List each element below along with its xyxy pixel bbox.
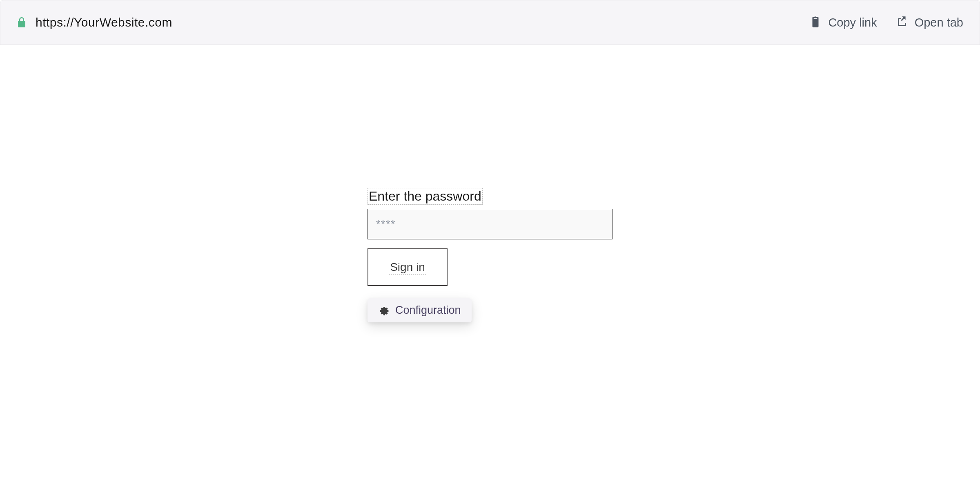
page-content: Enter the password Sign in Configuration [0, 45, 980, 322]
browser-actions: Copy link Open tab [810, 16, 963, 29]
signin-label: Sign in [389, 260, 426, 275]
open-tab-icon [897, 16, 907, 29]
lock-icon [17, 17, 27, 28]
clipboard-icon [810, 16, 821, 29]
signin-button[interactable]: Sign in [368, 248, 448, 286]
open-tab-button[interactable]: Open tab [897, 16, 963, 29]
configuration-button[interactable]: Configuration [368, 298, 472, 322]
password-input[interactable] [368, 209, 612, 239]
gear-icon [378, 305, 390, 316]
open-tab-label: Open tab [915, 16, 963, 29]
browser-address-bar: https://YourWebsite.com Copy link Open t… [0, 0, 980, 45]
url-text[interactable]: https://YourWebsite.com [36, 16, 172, 29]
login-form: Enter the password Sign in Configuration [368, 188, 612, 322]
copy-link-button[interactable]: Copy link [810, 16, 877, 29]
password-label[interactable]: Enter the password [368, 188, 483, 205]
configuration-label: Configuration [395, 304, 461, 317]
copy-link-label: Copy link [828, 16, 877, 29]
url-section: https://YourWebsite.com [17, 16, 172, 29]
